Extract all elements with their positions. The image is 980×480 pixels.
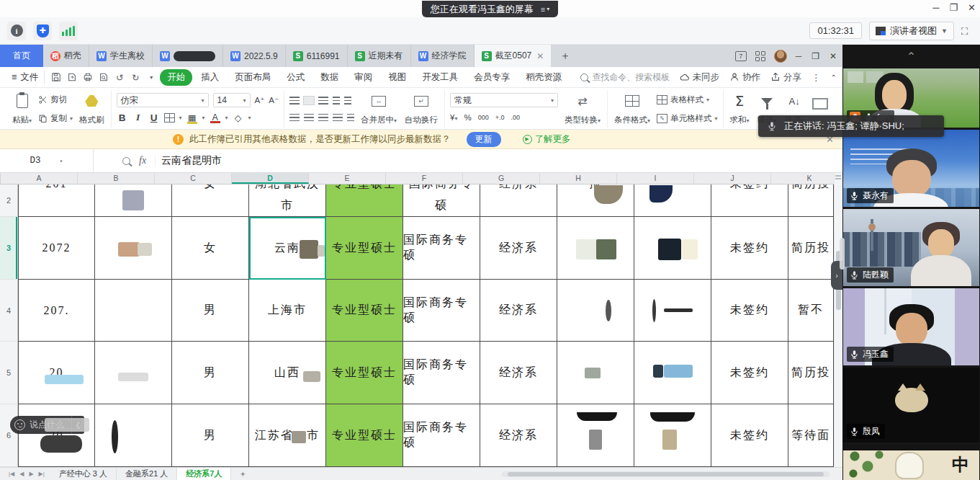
column-header-A[interactable]: A: [1, 173, 78, 184]
cell-E6[interactable]: 专业型硕士: [326, 404, 403, 467]
cell-B6[interactable]: [95, 404, 172, 467]
cell-style-button[interactable]: ✎单元格样式▾: [657, 112, 718, 125]
menu-dev-tools[interactable]: 开发工具: [415, 69, 465, 86]
type-convert-button[interactable]: ⇄类型转换▾: [563, 90, 602, 128]
bold-button[interactable]: B: [117, 112, 128, 123]
align-left-icon[interactable]: [289, 114, 300, 122]
meeting-security-button[interactable]: ✚: [33, 22, 52, 40]
menu-formula[interactable]: 公式: [279, 69, 312, 86]
decrease-indent-icon[interactable]: [333, 97, 340, 105]
cell-A6[interactable]: 20: [18, 404, 95, 467]
number-format-select[interactable]: 常规▾: [450, 93, 558, 107]
align-right-icon[interactable]: [318, 114, 328, 122]
view-mode-button[interactable]: 演讲者视图 ▼: [869, 22, 954, 40]
update-button[interactable]: 更新: [467, 132, 501, 147]
conditional-format-button[interactable]: 条件格式▾: [613, 90, 652, 128]
eraser-button[interactable]: ◇: [233, 112, 244, 123]
participant-video[interactable]: 中: [843, 445, 979, 480]
wps-close-button[interactable]: ✕: [830, 51, 837, 61]
wps-minimize-button[interactable]: ─: [796, 51, 802, 61]
cell-C6[interactable]: 男: [172, 404, 249, 467]
column-header-B[interactable]: B: [78, 173, 155, 184]
cell-F6[interactable]: 国际商务专硕: [403, 404, 480, 467]
cell-B5[interactable]: [95, 342, 172, 404]
underline-button[interactable]: U: [148, 112, 160, 123]
cell-K4[interactable]: 暂不: [788, 280, 834, 342]
cell-J4[interactable]: 未签约: [711, 280, 788, 342]
cell-C4[interactable]: 男: [172, 280, 249, 342]
row-header-6[interactable]: 6: [0, 404, 18, 467]
sheet-tab-1[interactable]: 产经中心 3 人: [50, 468, 117, 480]
column-header-G[interactable]: G: [463, 173, 540, 184]
align-center-icon[interactable]: [304, 114, 314, 122]
column-header-K[interactable]: K: [771, 173, 842, 184]
participant-video[interactable]: 陆甦颖: [843, 209, 979, 286]
cell-J2[interactable]: 未签约: [711, 185, 788, 217]
wrap-text-button[interactable]: ↵自动换行: [403, 90, 439, 128]
cell-D5[interactable]: 山西: [249, 342, 326, 404]
sidebar-resize-handle[interactable]: [840, 238, 845, 270]
column-header-H[interactable]: H: [540, 173, 617, 184]
tab-doc-active[interactable]: S截至0507✕: [475, 45, 552, 67]
menu-page-layout[interactable]: 页面布局: [228, 69, 278, 86]
banner-menu-icon[interactable]: ≡▾: [541, 5, 549, 14]
column-header-C[interactable]: C: [155, 173, 232, 184]
font-size-select[interactable]: 14▾: [213, 93, 251, 107]
save-button[interactable]: [49, 71, 63, 84]
command-search[interactable]: 查找命令、搜索模板: [580, 71, 670, 84]
cell-E5[interactable]: 专业型硕士: [326, 342, 403, 404]
window-close-button[interactable]: ✕: [968, 1, 976, 14]
sync-status[interactable]: 未同步: [680, 71, 720, 84]
prev-sheet-icon[interactable]: ◀: [19, 471, 24, 477]
cell-E3[interactable]: 专业型硕士: [326, 217, 403, 280]
cell-F4[interactable]: 国际商务专硕: [403, 280, 480, 342]
add-decimal-button[interactable]: +.0: [495, 114, 505, 121]
tab-doc-5[interactable]: S近期未有: [348, 45, 411, 67]
app-grid-icon[interactable]: [755, 51, 765, 61]
formula-input[interactable]: 云南省昆明市: [161, 154, 222, 167]
row-header-2[interactable]: 2: [0, 185, 18, 217]
cell-E2[interactable]: 专业型硕士: [326, 185, 403, 217]
tab-doc-6[interactable]: W经济学院: [411, 45, 475, 67]
collaborate-button[interactable]: 协作: [729, 71, 760, 84]
cell-C2[interactable]: 女: [172, 185, 249, 217]
decrease-font-button[interactable]: A⁻: [269, 95, 279, 105]
cell-H6[interactable]: [557, 404, 634, 467]
collapse-ribbon-icon[interactable]: ⌃: [831, 74, 837, 81]
menu-start[interactable]: 开始: [160, 69, 192, 86]
fx-icon[interactable]: fx: [139, 155, 146, 166]
row-header-5[interactable]: 5: [0, 342, 18, 404]
split-handle-icon[interactable]: [835, 175, 841, 179]
italic-button[interactable]: I: [132, 112, 144, 123]
cell-G4[interactable]: 经济系: [480, 280, 557, 342]
scroll-up-button[interactable]: ⌃: [842, 45, 980, 68]
row-header-3[interactable]: 3: [0, 217, 18, 280]
align-top-icon[interactable]: [289, 97, 300, 105]
zoom-search-icon[interactable]: [122, 157, 130, 165]
print-preview-button[interactable]: [96, 71, 111, 84]
cell-I5[interactable]: [634, 342, 711, 404]
tab-docer[interactable]: 稻稻壳: [43, 45, 89, 67]
horizontal-scroll-thumb[interactable]: [508, 472, 824, 476]
participant-video[interactable]: 聂永有: [843, 130, 979, 207]
align-middle-icon[interactable]: [304, 97, 314, 105]
cell-D6[interactable]: 江苏省 市: [249, 404, 326, 467]
menu-review[interactable]: 审阅: [347, 69, 379, 86]
redo-button[interactable]: ↻: [128, 71, 143, 84]
wps-restore-button[interactable]: ❐: [812, 51, 819, 61]
cell-H4[interactable]: [557, 280, 634, 342]
cell-H5[interactable]: [557, 342, 634, 404]
undo-button[interactable]: ↺: [112, 71, 127, 84]
cell-K6[interactable]: 等待面: [788, 404, 834, 467]
menu-view[interactable]: 视图: [381, 69, 413, 86]
row-header-4[interactable]: 4: [0, 280, 18, 342]
cell-D2[interactable]: 湖北省武汉市: [249, 185, 326, 217]
cell-J5[interactable]: 未签约: [711, 342, 788, 404]
distribute-icon[interactable]: [347, 114, 354, 122]
cell-A2[interactable]: 201: [18, 185, 95, 217]
first-sheet-icon[interactable]: |◀: [9, 471, 14, 477]
menu-data[interactable]: 数据: [313, 69, 346, 86]
cell-B2[interactable]: [95, 185, 172, 217]
participant-video[interactable]: 冯玉鑫: [843, 288, 979, 365]
learn-more-link[interactable]: ▶了解更多: [523, 133, 571, 146]
